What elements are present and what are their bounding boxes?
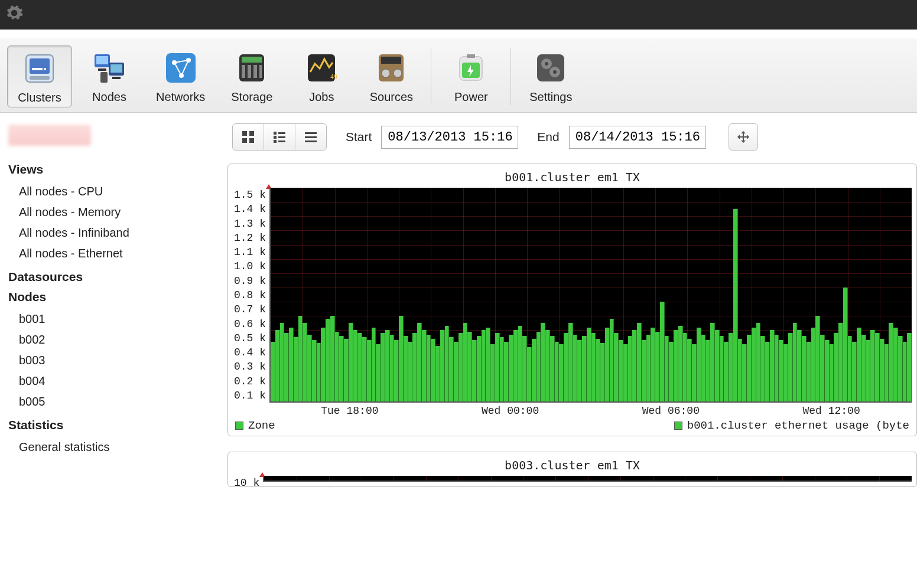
end-datetime-input[interactable] xyxy=(569,126,706,149)
sidebar-statistics-heading[interactable]: Statistics xyxy=(8,418,219,432)
svg-rect-48 xyxy=(305,141,317,142)
svg-rect-37 xyxy=(249,131,254,136)
svg-rect-1 xyxy=(30,58,50,74)
grid-icon xyxy=(241,130,255,144)
chart-legend: Zoneb001.cluster ethernet usage (byte xyxy=(233,418,912,433)
view-grid-button[interactable] xyxy=(233,124,264,150)
list-icon xyxy=(304,130,318,144)
toolbar-power[interactable]: Power xyxy=(438,45,503,107)
chart-title: b001.cluster em1 TX xyxy=(233,170,912,184)
svg-rect-38 xyxy=(242,138,247,143)
sidebar-node-item[interactable]: b001 xyxy=(8,309,219,329)
app-menubar xyxy=(0,0,917,30)
networks-icon xyxy=(162,49,200,87)
svg-rect-21 xyxy=(259,65,262,78)
chart-panel: b001.cluster em1 TX1.5 k1.4 k1.3 k1.2 k1… xyxy=(227,164,917,436)
controls-bar: Start End xyxy=(227,123,917,151)
toolbar-networks[interactable]: Networks xyxy=(147,45,214,107)
chart-title: b003.cluster em1 TX xyxy=(233,458,912,472)
list-icons-icon xyxy=(272,130,287,144)
svg-text:49: 49 xyxy=(330,74,337,80)
fullscreen-button[interactable] xyxy=(729,123,758,151)
chart-plot-area[interactable] xyxy=(269,188,912,403)
svg-rect-45 xyxy=(278,141,285,142)
svg-rect-43 xyxy=(278,136,285,138)
svg-point-3 xyxy=(44,68,46,70)
svg-point-26 xyxy=(382,69,390,77)
toolbar-label: Storage xyxy=(231,90,272,104)
start-label: Start xyxy=(346,130,372,144)
sidebar-views-heading: Views xyxy=(8,162,219,177)
svg-point-27 xyxy=(394,69,402,77)
toolbar-sources[interactable]: Sources xyxy=(359,45,424,107)
clusters-icon xyxy=(21,50,58,87)
svg-rect-4 xyxy=(30,76,50,80)
toolbar-storage[interactable]: Storage xyxy=(219,45,284,107)
sidebar-node-item[interactable]: b002 xyxy=(8,329,219,350)
svg-rect-39 xyxy=(249,138,254,143)
sidebar-node-item[interactable]: b003 xyxy=(8,350,219,371)
toolbar-settings[interactable]: Settings xyxy=(518,45,583,107)
sidebar-view-item[interactable]: All nodes - Ethernet xyxy=(8,243,219,264)
svg-point-35 xyxy=(553,70,557,74)
toolbar-label: Networks xyxy=(156,90,205,104)
svg-rect-31 xyxy=(537,54,564,81)
storage-icon xyxy=(233,49,271,87)
chart-x-axis: Tue 18:00Wed 00:00Wed 06:00Wed 12:00 xyxy=(269,403,912,418)
svg-rect-20 xyxy=(253,65,257,78)
sidebar-node-item[interactable]: b005 xyxy=(8,391,219,412)
sidebar-view-item[interactable]: All nodes - Memory xyxy=(8,202,219,223)
svg-rect-42 xyxy=(274,136,277,139)
toolbar-label: Settings xyxy=(529,90,572,104)
toolbar-clusters[interactable]: Clusters xyxy=(7,45,72,107)
toolbar-separator xyxy=(510,48,511,105)
svg-rect-12 xyxy=(166,53,196,83)
sidebar-stats-item[interactable]: General statistics xyxy=(8,437,219,458)
redacted-cluster-name xyxy=(8,125,91,146)
svg-rect-2 xyxy=(32,68,43,70)
sidebar-datasources-heading[interactable]: Datasources xyxy=(8,270,219,284)
expand-icon xyxy=(736,130,750,144)
svg-rect-11 xyxy=(100,72,108,83)
toolbar-label: Power xyxy=(454,90,488,104)
start-datetime-input[interactable] xyxy=(381,126,518,149)
chart-y-axis: 10 k xyxy=(233,476,263,487)
svg-rect-40 xyxy=(274,132,277,135)
toolbar-separator xyxy=(431,48,431,105)
svg-rect-46 xyxy=(305,132,317,134)
svg-rect-25 xyxy=(381,57,401,64)
sidebar: Views All nodes - CPUAll nodes - MemoryA… xyxy=(0,113,227,513)
svg-point-33 xyxy=(545,62,548,66)
sidebar-view-item[interactable]: All nodes - CPU xyxy=(8,181,219,202)
svg-rect-47 xyxy=(305,136,317,138)
svg-rect-10 xyxy=(112,77,121,79)
svg-rect-36 xyxy=(242,131,247,136)
svg-rect-44 xyxy=(274,140,277,143)
svg-rect-41 xyxy=(278,132,285,134)
view-mode-group xyxy=(232,123,327,151)
sidebar-node-item[interactable]: b004 xyxy=(8,371,219,391)
svg-rect-9 xyxy=(110,64,122,73)
svg-rect-17 xyxy=(242,57,262,63)
toolbar-nodes[interactable]: Nodes xyxy=(77,45,142,107)
view-list-button[interactable] xyxy=(295,124,326,150)
gear-icon[interactable] xyxy=(5,4,24,22)
content-area: Start End b001.cluster em1 TX1.5 k1.4 k1… xyxy=(227,113,917,513)
sources-icon xyxy=(372,49,410,87)
view-list-icons-button[interactable] xyxy=(264,124,295,150)
sidebar-nodes-heading[interactable]: Nodes xyxy=(8,290,219,304)
chart-y-axis: 1.5 k1.4 k1.3 k1.2 k1.1 k1.0 k0.9 k0.8 k… xyxy=(233,188,269,403)
chart-plot-area[interactable] xyxy=(263,476,912,482)
toolbar-label: Jobs xyxy=(309,90,334,104)
svg-rect-30 xyxy=(467,54,475,58)
jobs-icon: 49 xyxy=(303,49,340,87)
svg-rect-18 xyxy=(242,65,245,78)
power-icon xyxy=(452,49,490,87)
end-label: End xyxy=(537,130,559,144)
sidebar-view-item[interactable]: All nodes - Infiniband xyxy=(8,223,219,243)
toolbar-jobs[interactable]: 49 Jobs xyxy=(289,45,354,107)
toolbar-label: Nodes xyxy=(92,90,126,104)
chart-panel: b003.cluster em1 TX10 k xyxy=(227,452,917,487)
svg-rect-6 xyxy=(96,56,108,64)
toolbar-label: Sources xyxy=(370,90,413,104)
